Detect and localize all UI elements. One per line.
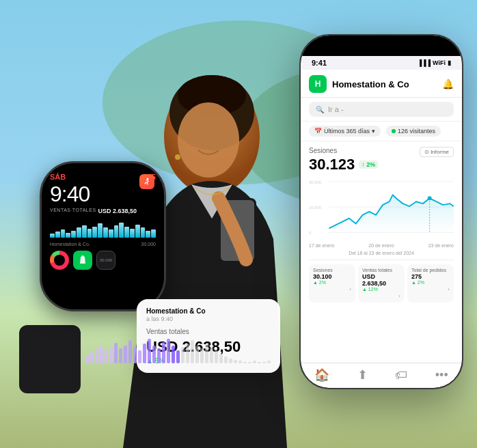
notification-bar-item bbox=[238, 361, 242, 363]
sessions-header: Sesiones 30.123 ↑ 2% ⊙ Informe bbox=[309, 147, 454, 173]
apple-watch-container: SÁB 25 9:40 VENTAS TOTALES USD 2.638,50 … bbox=[19, 325, 81, 393]
watch-strap-bottom bbox=[19, 356, 81, 393]
app-title: Homestation & Co bbox=[332, 79, 442, 89]
metric-value: 275 bbox=[411, 273, 450, 280]
bell-icon[interactable]: 🔔 bbox=[442, 79, 454, 89]
date-filter-label: Últimos 365 días bbox=[324, 128, 370, 135]
calendar-icon: 📅 bbox=[314, 128, 322, 135]
svg-point-6 bbox=[178, 102, 239, 178]
notification-app-info: Homestation & Co a las 9:40 bbox=[146, 307, 206, 322]
svg-point-17 bbox=[428, 196, 432, 200]
dynamic-island bbox=[354, 38, 409, 53]
notification-bar-item bbox=[219, 354, 223, 363]
metric-arrow: › bbox=[411, 286, 450, 292]
status-time: 9:41 bbox=[312, 59, 327, 67]
notification-bar-item bbox=[167, 339, 170, 363]
sessions-number: 30.123 bbox=[309, 156, 355, 173]
metrics-row: Sesiones 30.100 ▲ 2% › Ventas totales US… bbox=[309, 260, 454, 307]
battery-icon: ▮ bbox=[448, 59, 451, 66]
notification-card: Homestation & Co a las 9:40 Ventas total… bbox=[137, 299, 280, 373]
metric-change: ▲ 12% bbox=[362, 287, 400, 292]
iphone-screen: 9:41 ▐▐▐ WiFi ▮ H Homestation & Co 🔔 🔍 I… bbox=[301, 36, 462, 388]
informe-button[interactable]: ⊙ Informe bbox=[420, 147, 454, 157]
shopify-bag-icon bbox=[77, 255, 88, 266]
watch-bar-item bbox=[124, 227, 129, 238]
svg-point-10 bbox=[147, 178, 149, 180]
notification-bar-item bbox=[114, 343, 118, 363]
watch-bar-item bbox=[119, 223, 124, 238]
notification-bar-item bbox=[224, 356, 228, 363]
notification-bar-item bbox=[119, 348, 122, 363]
chart-label-1: 17 de enero bbox=[309, 243, 334, 248]
filter-row: 📅 Últimos 365 días ▾ 126 visitantes bbox=[301, 122, 462, 141]
online-dot bbox=[392, 129, 396, 133]
tab-bar: 🏠 ⬆ 🏷 ••• bbox=[301, 363, 462, 388]
notification-header: Homestation & Co a las 9:40 bbox=[146, 307, 271, 322]
notification-bar-item bbox=[172, 346, 175, 363]
notification-bar-item bbox=[267, 361, 271, 363]
sessions-info: Sesiones 30.123 ↑ 2% bbox=[309, 147, 378, 173]
watch-apps-row: 30.000 bbox=[50, 251, 156, 270]
chevron-down-icon: ▾ bbox=[372, 128, 375, 135]
chart-x-labels: 17 de enero 20 de enero 23 de enero bbox=[309, 243, 454, 248]
iphone: 9:41 ▐▐▐ WiFi ▮ H Homestation & Co 🔔 🔍 I… bbox=[299, 34, 463, 389]
metric-change: ▲ 2% bbox=[411, 280, 450, 285]
notification-bar-item bbox=[100, 346, 103, 363]
notification-bar-item bbox=[234, 360, 237, 363]
tab-upload-icon[interactable]: ⬆ bbox=[357, 367, 368, 382]
svg-point-9 bbox=[175, 154, 180, 160]
notification-title: Ventas totales bbox=[146, 328, 271, 335]
visitors-filter-pill[interactable]: 126 visitantes bbox=[386, 126, 441, 137]
status-icons: ▐▐▐ WiFi ▮ bbox=[418, 59, 451, 66]
notification-bar-item bbox=[95, 348, 98, 363]
notification-bar-item bbox=[191, 340, 194, 363]
activity-ring-icon bbox=[50, 251, 69, 270]
watch-bar-item bbox=[130, 229, 135, 238]
watch-bar-item bbox=[50, 234, 55, 238]
signal-icon: ▐▐▐ bbox=[418, 59, 431, 66]
date-filter-pill[interactable]: 📅 Últimos 365 días ▾ bbox=[309, 126, 381, 137]
tab-home-icon[interactable]: 🏠 bbox=[314, 367, 329, 382]
notification-bar-item bbox=[258, 362, 261, 363]
notification-bar-item bbox=[181, 347, 185, 363]
svg-text:30.000: 30.000 bbox=[309, 180, 322, 184]
tab-tag-icon[interactable]: 🏷 bbox=[395, 368, 407, 382]
watch-bar-item bbox=[109, 229, 113, 238]
watch-bar-item bbox=[151, 229, 156, 238]
notification-bar-item bbox=[253, 361, 256, 363]
notification-bar-item bbox=[200, 348, 204, 363]
notification-bar-item bbox=[195, 346, 199, 363]
notification-bar-item bbox=[176, 350, 180, 363]
notification-bar-item bbox=[148, 339, 151, 363]
chart-label-3: 23 de enero bbox=[428, 243, 454, 248]
notification-bar-item bbox=[162, 342, 165, 363]
watch-bar-item bbox=[66, 233, 70, 238]
watch-bar-item bbox=[77, 227, 81, 238]
watch-views-pill: 30.000 bbox=[96, 251, 115, 270]
tab-more-icon[interactable]: ••• bbox=[435, 368, 448, 382]
metric-label: Sesiones bbox=[313, 268, 351, 272]
sessions-chart: 30.000 15.000 0 bbox=[309, 178, 454, 239]
notification-bar-item bbox=[128, 340, 132, 363]
visitors-label: 126 visitantes bbox=[398, 128, 435, 135]
status-bar: 9:41 ▐▐▐ WiFi ▮ bbox=[301, 56, 462, 70]
watch-views-count: 30.000 bbox=[100, 258, 112, 262]
watch-views: 30.000 bbox=[141, 242, 156, 247]
notification-bar-item bbox=[133, 347, 137, 363]
search-placeholder: Ir a - bbox=[328, 105, 344, 113]
watch-bar-item bbox=[141, 227, 146, 238]
watch-bar-item bbox=[61, 229, 66, 238]
metric-value: USD 2.638,50 bbox=[362, 273, 400, 287]
watch-bar-item bbox=[135, 225, 140, 238]
watch-app-icon bbox=[139, 174, 154, 189]
search-input[interactable]: 🔍 Ir a - bbox=[309, 102, 454, 117]
watch-label-row: VENTAS TOTALES USD 2.638,50 bbox=[50, 208, 156, 214]
notification-app-name: Homestation & Co bbox=[146, 307, 206, 315]
notification-bar-item bbox=[262, 362, 266, 363]
notification-bar-item bbox=[157, 348, 161, 363]
sessions-value-row: 30.123 ↑ 2% bbox=[309, 156, 378, 173]
shopify-icon bbox=[73, 251, 92, 270]
watch-bar-item bbox=[114, 225, 119, 238]
notification-bar-item bbox=[205, 344, 208, 363]
watch-ventas-amount: USD 2.638,50 bbox=[98, 208, 137, 214]
